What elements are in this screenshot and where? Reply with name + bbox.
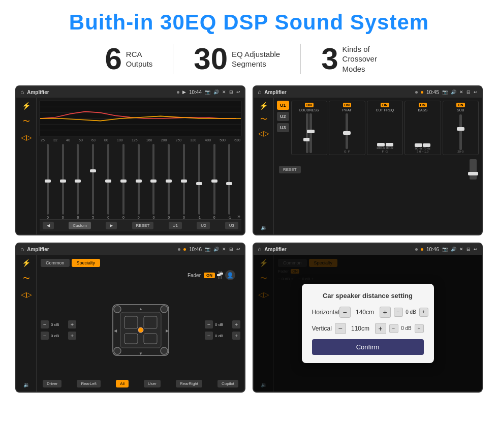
bottom-v-track[interactable] <box>470 159 477 180</box>
u3-btn[interactable]: U3 <box>225 222 238 229</box>
driver-btn[interactable]: Driver <box>43 380 61 387</box>
horizontal-control: − 140cm + <box>339 307 391 318</box>
copilot-btn[interactable]: Copilot <box>217 380 238 387</box>
back-icon-2[interactable]: ↩ <box>474 89 478 95</box>
status-dot-3 <box>178 248 180 251</box>
play-btn[interactable]: ▶ <box>106 222 117 229</box>
back-icon-1[interactable]: ↩ <box>236 89 240 95</box>
home-icon-4[interactable]: ⌂ <box>258 246 261 253</box>
fader-specialty-tab[interactable]: Specialty <box>72 259 101 267</box>
svg-text:▲: ▲ <box>139 307 143 311</box>
dialog-horizontal-row: Horizontal − 140cm + − 0 dB + <box>312 307 424 318</box>
db-plus-tr[interactable]: + <box>232 320 240 328</box>
v-db-minus[interactable]: − <box>389 324 398 333</box>
right-db-controls: − 0 dB + − 0 dB + <box>205 283 240 377</box>
stat-crossover-number: 3 <box>321 44 338 74</box>
eq-sidebar-icon-3[interactable]: ◁▷ <box>21 133 32 141</box>
db-minus-tr[interactable]: − <box>205 320 213 328</box>
db-plus-br[interactable]: + <box>232 332 240 340</box>
slider-7: 0 <box>132 144 146 219</box>
svg-point-15 <box>114 306 121 313</box>
rearright-btn[interactable]: RearRight <box>176 380 202 387</box>
prev-btn[interactable]: ◀ <box>43 222 54 229</box>
u2-btn[interactable]: U2 <box>197 222 210 229</box>
sub-control: ON SUB 20-0 <box>443 101 479 155</box>
back-icon-4[interactable]: ↩ <box>474 247 478 252</box>
home-icon-1[interactable]: ⌂ <box>20 88 24 96</box>
h-db-plus[interactable]: + <box>419 308 428 317</box>
eq-sidebar-icon-2[interactable]: 〜 <box>23 117 30 126</box>
more-icon[interactable]: » <box>237 214 240 219</box>
x-icon-3: ✕ <box>222 247 226 252</box>
amp-icon-1[interactable]: ⚡ <box>259 102 268 110</box>
v-db-plus[interactable]: + <box>415 324 424 333</box>
status-dot-2b <box>421 91 423 94</box>
cutfreq-label: CUT FREQ <box>376 108 394 112</box>
screen3-app-name: Amplifier <box>27 247 175 252</box>
screen1-status-bar: ⌂ Amplifier ▶ 10:44 📷 🔊 ✕ ⊟ ↩ <box>16 86 244 98</box>
horizontal-db-control: − 0 dB + <box>394 308 428 317</box>
freq-labels: 25 32 40 50 63 80 100 125 160 200 250 32… <box>40 138 241 142</box>
bass-on[interactable]: ON <box>419 103 427 107</box>
vertical-plus[interactable]: + <box>375 323 386 334</box>
cutfreq-freq-labels: F G <box>382 150 388 153</box>
fader-common-tab[interactable]: Common <box>41 259 70 267</box>
fader-icon-1[interactable]: ⚡ <box>22 259 30 267</box>
h-db-value: 0 dB <box>404 309 418 315</box>
confirm-button[interactable]: Confirm <box>312 339 424 355</box>
main-title: Buith-in 30EQ DSP Sound System <box>15 10 483 35</box>
slider-10: 0 <box>177 144 191 219</box>
home-icon-3[interactable]: ⌂ <box>20 246 24 253</box>
stat-crossover-label: Kinds ofCrossover Modes <box>343 44 393 74</box>
amp2-reset[interactable]: RESET <box>279 166 301 173</box>
screen3-fader: ⌂ Amplifier 10:46 📷 🔊 ✕ ⊟ ↩ ⚡ 〜 ◁▷ 🔉 <box>15 243 245 393</box>
db-minus-br[interactable]: − <box>205 332 213 340</box>
stat-eq: 30 EQ AdjustableSegments <box>173 44 300 74</box>
db-plus-bl[interactable]: + <box>68 332 76 340</box>
u1-btn[interactable]: U1 <box>169 222 182 229</box>
fader-vol-icon[interactable]: 🔉 <box>23 382 29 387</box>
db-plus-tl[interactable]: + <box>68 320 76 328</box>
loudness-track-1[interactable] <box>306 113 308 153</box>
fader-label: Fader <box>188 273 201 278</box>
rearleft-btn[interactable]: RearLeft <box>77 380 101 387</box>
stat-rca-number: 6 <box>105 44 121 74</box>
all-btn[interactable]: All <box>116 380 129 387</box>
eq-sidebar-icon-1[interactable]: ⚡ <box>22 102 30 110</box>
preset-u2[interactable]: U2 <box>277 112 289 121</box>
phat-on[interactable]: ON <box>343 103 352 107</box>
custom-btn[interactable]: Custom <box>69 222 91 229</box>
loudness-track-2[interactable] <box>309 113 312 153</box>
vertical-control: − 110cm + <box>335 323 386 334</box>
loudness-on[interactable]: ON <box>305 103 314 107</box>
amp-icon-2[interactable]: 〜 <box>260 115 267 124</box>
preset-u1[interactable]: U1 <box>277 101 289 110</box>
fader-tab-row: Common Specialty <box>41 259 240 267</box>
sub-track[interactable] <box>459 114 462 150</box>
user-btn[interactable]: User <box>144 380 161 387</box>
vertical-minus[interactable]: − <box>335 323 346 334</box>
reset-btn[interactable]: RESET <box>132 222 154 229</box>
phat-track[interactable] <box>346 113 348 149</box>
volume-down-icon[interactable]: 🔉 <box>261 225 267 230</box>
back-icon-3[interactable]: ↩ <box>236 247 240 252</box>
home-icon-2[interactable]: ⌂ <box>258 88 261 96</box>
loudness-label: LOUDNESS <box>299 108 319 112</box>
db-minus-bl[interactable]: − <box>41 332 49 340</box>
cutfreq-on[interactable]: ON <box>381 103 389 107</box>
amp-icon-3[interactable]: ◁▷ <box>258 129 269 137</box>
fader-on-badge[interactable]: ON <box>204 273 215 278</box>
h-db-minus[interactable]: − <box>394 308 403 317</box>
db-minus-tl[interactable]: − <box>41 320 49 328</box>
screen4-app-name: Amplifier <box>264 247 412 252</box>
fader-icon-2[interactable]: 〜 <box>23 274 30 283</box>
person-icon[interactable]: 👤 <box>225 270 235 280</box>
horizontal-plus[interactable]: + <box>380 307 391 318</box>
slider-5: 0 <box>101 144 115 219</box>
bass-range-labels: 3.0 – 1.0 <box>417 150 428 153</box>
fader-icon-3[interactable]: ◁▷ <box>21 290 32 298</box>
preset-u3[interactable]: U3 <box>277 123 289 132</box>
horizontal-minus[interactable]: − <box>339 307 351 318</box>
loudness-control: ON LOUDNESS <box>291 101 328 155</box>
sub-on[interactable]: ON <box>456 103 465 107</box>
